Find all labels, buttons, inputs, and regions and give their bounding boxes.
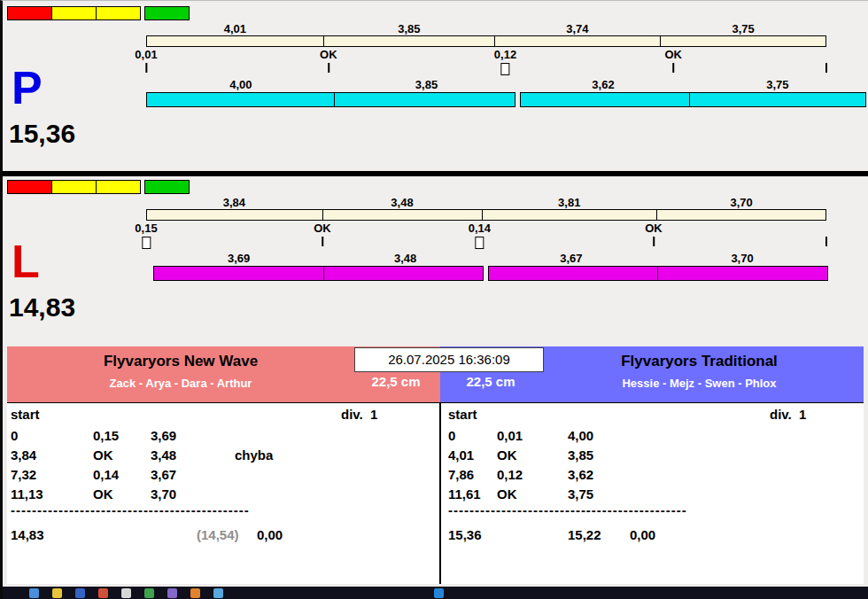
bar-segment	[482, 209, 657, 221]
marker-label: 0,01	[135, 49, 157, 61]
dog-time-label: 4,00	[146, 78, 336, 91]
jump-height: 22,5 cm	[451, 374, 531, 389]
lane-total-time: 15,36	[9, 120, 75, 148]
jump-height: 22,5 cm	[356, 374, 436, 389]
bar-segment	[657, 266, 828, 281]
cumulative-time: 11,61	[448, 486, 497, 502]
fault-box-icon	[501, 63, 510, 75]
bar-segment	[146, 92, 335, 107]
marker-exchange-2: 0,14	[469, 222, 491, 249]
total-time: 15,36	[448, 527, 568, 542]
tick-icon	[825, 237, 827, 246]
taskbar-icon[interactable]	[121, 588, 131, 598]
taskbar-icon[interactable]	[144, 588, 154, 598]
fault-box-icon	[475, 237, 484, 249]
dog-time-label: 3,70	[656, 252, 828, 265]
light-yellow-1	[51, 6, 97, 20]
division-label: div. 1	[341, 407, 377, 422]
marker-start: 0,01	[135, 49, 157, 73]
cumulative-time: 7,32	[11, 467, 93, 482]
crossing-interval-bar	[146, 209, 826, 221]
marker-label: 0,14	[469, 222, 491, 235]
interval-label: 3,75	[660, 22, 826, 35]
taskbar-icon[interactable]	[75, 588, 85, 598]
cumulative-time: 4,01	[448, 447, 497, 463]
lane-panel-right: 4,01 3,85 3,74 3,75 0,01 OK	[3, 3, 868, 171]
net-time: (14,54)	[197, 527, 257, 542]
lane-total-time: 14,83	[9, 293, 75, 322]
bar-segment	[494, 35, 661, 47]
dog-time-labels: 4,00 3,85 3,62 3,75	[146, 78, 866, 91]
total-time: 14,83	[11, 527, 197, 542]
bar-segment	[323, 266, 484, 281]
taskbar-icon[interactable]	[434, 588, 444, 598]
lane-letter: P	[12, 65, 43, 111]
penalty: 0,00	[630, 527, 864, 542]
taskbar	[3, 587, 868, 599]
taskbar-icon[interactable]	[190, 588, 200, 598]
split-time: 3,70	[151, 486, 235, 502]
dog-time-label: 3,48	[324, 252, 485, 265]
light-red	[7, 6, 52, 20]
heat-lights	[7, 6, 189, 20]
judgment: OK	[497, 486, 568, 502]
table-row: 3,84 OK 3,48 chyba	[7, 445, 439, 464]
cumulative-time: 0	[448, 428, 497, 443]
marker-finish	[825, 49, 827, 73]
table-row: 0 0,01 4,00	[441, 425, 864, 445]
datetime-display: 26.07.2025 16:36:09	[354, 347, 544, 372]
crossing-interval-labels: 3,84 3,48 3,81 3,70	[146, 196, 826, 209]
split-time: 3,62	[568, 467, 630, 482]
marker-label: OK	[664, 49, 682, 61]
bar-segment	[660, 35, 826, 47]
dog-time-labels: 3,69 3,48 3,67 3,70	[153, 252, 828, 265]
judgment: 0,14	[93, 467, 151, 482]
marker-exchange-1: OK	[320, 49, 337, 73]
cumulative-time: 11,13	[11, 486, 93, 502]
bar-segment	[520, 92, 691, 107]
team-dogs: Hessie - Mejz - Swen - Phlox	[535, 377, 864, 390]
crossing-interval-bar	[146, 35, 826, 47]
bar-segment	[322, 209, 483, 221]
light-red	[7, 180, 52, 194]
tick-icon	[653, 237, 655, 246]
bar-segment	[488, 266, 658, 281]
table-row: 7,86 0,12 3,62	[441, 464, 864, 484]
light-yellow-2	[96, 6, 141, 20]
table-row: 7,32 0,14 3,67	[7, 464, 439, 484]
bar-segment	[689, 92, 866, 107]
dog-time-label: 3,75	[689, 78, 866, 91]
judgment: 0,01	[497, 428, 568, 443]
dog-time-label: 3,69	[153, 252, 324, 265]
interval-label: 3,81	[482, 196, 656, 209]
scoreboard: Flyvaryors New Wave Zack - Arya - Dara -…	[7, 346, 864, 584]
table-row: 11,13 OK 3,70	[7, 484, 439, 503]
taskbar-icon[interactable]	[98, 588, 108, 598]
taskbar-icon[interactable]	[213, 588, 223, 598]
taskbar-icon[interactable]	[167, 588, 177, 598]
cumulative-time: 0	[11, 428, 93, 443]
marker-label: OK	[320, 49, 337, 61]
interval-label: 3,85	[324, 22, 495, 35]
bar-segment	[146, 209, 323, 221]
judgment: 0,12	[497, 467, 568, 482]
taskbar-icon[interactable]	[52, 588, 62, 598]
start-label: start	[448, 407, 477, 422]
taskbar-icon[interactable]	[29, 588, 39, 598]
heat-lights	[7, 180, 189, 194]
light-green	[144, 6, 190, 20]
separator-line: ----------------------------------------…	[441, 503, 864, 519]
marker-label: OK	[314, 222, 331, 235]
tick-icon	[825, 63, 827, 73]
team-dogs: Zack - Arya - Dara - Arthur	[7, 377, 354, 390]
dog-time-label: 3,67	[486, 252, 656, 265]
division-label: div. 1	[770, 407, 806, 422]
score-table-left: start div. 1 0 0,15 3,69 3,84 OK 3,48 ch…	[7, 403, 439, 584]
split-time: 3,67	[151, 467, 235, 482]
bar-segment	[323, 35, 494, 47]
marker-label: OK	[645, 222, 663, 235]
table-row: 11,61 OK 3,75	[441, 484, 864, 503]
bar-segment	[146, 35, 324, 47]
table-head-row: start div. 1	[7, 407, 439, 425]
split-time: 4,00	[568, 428, 630, 443]
